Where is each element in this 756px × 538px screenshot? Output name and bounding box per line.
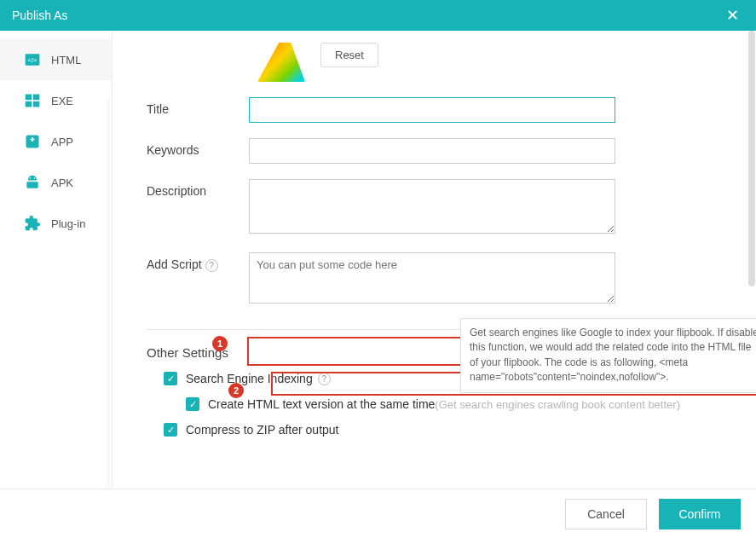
svg-point-7 xyxy=(30,177,32,179)
template-thumbnail[interactable] xyxy=(257,43,305,82)
checkbox-checked-icon[interactable]: ✓ xyxy=(164,372,177,385)
description-input[interactable] xyxy=(249,179,615,234)
svg-text:</>: </> xyxy=(28,56,38,64)
svg-rect-2 xyxy=(26,95,32,101)
title-label: Title xyxy=(147,97,249,116)
html-icon: </> xyxy=(24,51,41,68)
android-icon xyxy=(24,174,41,191)
annotation-badge-2: 2 xyxy=(228,383,244,398)
addscript-label: Add Script? xyxy=(147,252,249,272)
window-title: Publish As xyxy=(12,9,67,22)
keywords-input[interactable] xyxy=(249,138,615,164)
sidebar-item-label: APP xyxy=(51,136,73,148)
title-input[interactable] xyxy=(249,97,615,123)
sidebar-item-app[interactable]: APP xyxy=(0,121,112,162)
sidebar-item-apk[interactable]: APK xyxy=(0,162,112,203)
reset-button[interactable]: Reset xyxy=(320,43,378,67)
svg-rect-5 xyxy=(33,101,40,107)
sidebar-item-label: Plug-in xyxy=(51,217,85,230)
svg-rect-3 xyxy=(33,95,40,101)
plugin-icon xyxy=(24,215,41,232)
sidebar-item-label: HTML xyxy=(51,54,81,67)
sidebar-item-label: APK xyxy=(51,176,73,189)
help-icon[interactable]: ? xyxy=(205,259,218,272)
checkbox-checked-icon[interactable]: ✓ xyxy=(186,397,199,411)
create-html-hint: (Get search engines crawling book conten… xyxy=(435,398,680,411)
help-icon[interactable]: ? xyxy=(318,373,331,385)
search-indexing-label: Search Engine Indexing xyxy=(186,372,313,385)
annotation-badge-1: 1 xyxy=(212,336,228,351)
description-label: Description xyxy=(147,179,249,198)
sidebar: </> HTML EXE APP APK Plug-in xyxy=(0,31,113,489)
close-icon[interactable]: ✕ xyxy=(721,6,744,25)
exe-icon xyxy=(24,92,41,109)
create-html-row[interactable]: ✓ Create HTML text version at the same t… xyxy=(186,397,737,411)
compress-zip-label: Compress to ZIP after output xyxy=(186,423,339,437)
sidebar-item-plugin[interactable]: Plug-in xyxy=(0,203,112,244)
footer: Cancel Confirm xyxy=(0,489,756,538)
checkbox-checked-icon[interactable]: ✓ xyxy=(164,423,177,437)
cancel-button[interactable]: Cancel xyxy=(565,499,647,529)
sidebar-item-exe[interactable]: EXE xyxy=(0,80,112,121)
sidebar-item-html[interactable]: </> HTML xyxy=(0,39,112,80)
scrollbar[interactable] xyxy=(748,31,755,286)
confirm-button[interactable]: Confirm xyxy=(659,499,741,529)
keywords-label: Keywords xyxy=(147,138,249,157)
compress-zip-row[interactable]: ✓ Compress to ZIP after output xyxy=(164,423,737,437)
svg-point-8 xyxy=(34,177,36,179)
app-icon xyxy=(24,133,41,150)
sidebar-item-label: EXE xyxy=(51,95,73,107)
addscript-input[interactable] xyxy=(249,252,615,304)
tooltip: Get search engines like Google to index … xyxy=(460,318,756,393)
svg-rect-4 xyxy=(26,101,32,107)
main-panel: Reset Title Keywords Description Add Scr… xyxy=(113,31,756,489)
create-html-label: Create HTML text version at the same tim… xyxy=(208,397,435,411)
titlebar: Publish As ✕ xyxy=(0,0,756,31)
